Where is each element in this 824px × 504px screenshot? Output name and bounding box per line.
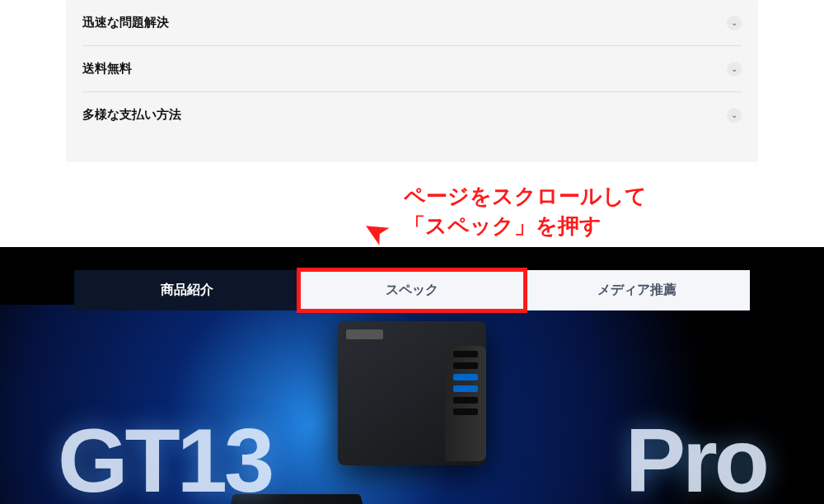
annotation-overlay: ➤ ページをスクロールして 「スペック」を押す bbox=[363, 181, 647, 241]
accordion-label: 送料無料 bbox=[82, 61, 132, 77]
hero-text-right: Pro bbox=[625, 408, 766, 504]
hero-image: GT13 Pro bbox=[0, 305, 824, 504]
accordion-label: 多様な支払い方法 bbox=[82, 107, 181, 123]
product-render-main bbox=[338, 321, 486, 465]
accordion-item-free-shipping[interactable]: 送料無料 ⌄ bbox=[82, 46, 742, 92]
product-detail-section: 商品紹介 スペック メディア推薦 GT13 Pro bbox=[0, 247, 824, 504]
accordion-item-quick-resolution[interactable]: 迅速な問題解決 ⌄ bbox=[82, 0, 742, 46]
accordion-section: 迅速な問題解決 ⌄ 送料無料 ⌄ 多様な支払い方法 ⌄ bbox=[66, 0, 758, 162]
product-ports bbox=[445, 346, 486, 461]
product-render-secondary bbox=[228, 494, 365, 504]
accordion-label: 迅速な問題解決 bbox=[82, 15, 169, 30]
tab-media-recommend[interactable]: メディア推薦 bbox=[525, 270, 750, 310]
chevron-down-icon: ⌄ bbox=[727, 108, 742, 123]
tab-product-intro[interactable]: 商品紹介 bbox=[74, 270, 299, 310]
chevron-down-icon: ⌄ bbox=[727, 16, 742, 30]
tab-label: メディア推薦 bbox=[597, 282, 677, 296]
hero-text-left: GT13 bbox=[58, 408, 271, 504]
chevron-down-icon: ⌄ bbox=[727, 62, 742, 77]
accordion-item-payment-methods[interactable]: 多様な支払い方法 ⌄ bbox=[82, 92, 742, 138]
tab-label: 商品紹介 bbox=[161, 282, 213, 296]
annotation-text: ページをスクロールして 「スペック」を押す bbox=[404, 181, 647, 241]
annotation-line-1: ページをスクロールして bbox=[404, 181, 647, 211]
tab-label: スペック bbox=[386, 282, 438, 296]
annotation-line-2: 「スペック」を押す bbox=[404, 211, 647, 240]
tabs-bar: 商品紹介 スペック メディア推薦 bbox=[0, 270, 824, 310]
tab-spec[interactable]: スペック bbox=[299, 270, 524, 310]
